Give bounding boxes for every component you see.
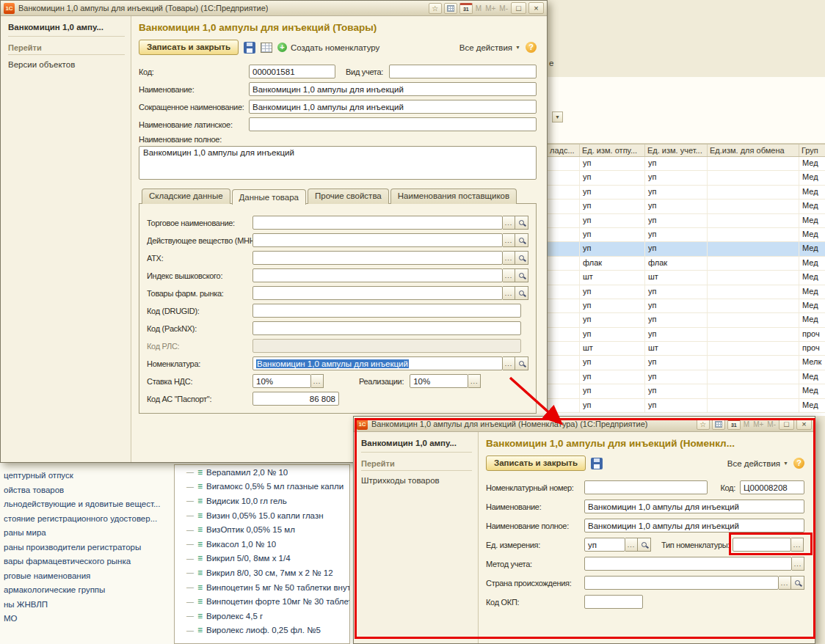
tab-4[interactable]: Наименования поставщиков [390, 189, 517, 204]
nomenclature-type-input[interactable] [733, 538, 791, 552]
nomenclature-select-button[interactable]: ... [503, 356, 515, 370]
table-row[interactable]: упупМед [548, 370, 825, 384]
passport-code-input[interactable]: 86 808 [252, 392, 339, 406]
nav-tree-item[interactable]: ны ЖНВЛП [4, 598, 161, 612]
maximize-button[interactable]: □ [511, 2, 526, 14]
code-input[interactable]: 000001581 [249, 65, 335, 78]
close-button[interactable]: × [796, 418, 812, 430]
table-row[interactable]: упупМед [548, 228, 825, 242]
accounting-method-input[interactable] [584, 557, 792, 571]
vat-select-button[interactable]: ... [311, 374, 324, 388]
nav-tree-item[interactable]: вары фармацевтического рынка [4, 555, 161, 569]
nav-tree-item[interactable]: МО [4, 612, 161, 626]
calc-m-button[interactable]: M [743, 420, 750, 428]
nav-tree-item[interactable]: цептурный отпуск [4, 469, 161, 483]
save-and-close-button[interactable]: Записать и закрыть [486, 455, 586, 471]
table-row[interactable]: упупМед [548, 171, 825, 185]
table-row[interactable]: упупМед [548, 399, 825, 413]
name-input[interactable]: Ванкомицин 1,0 ампулы для инъекций [249, 82, 537, 96]
close-button[interactable]: × [528, 2, 544, 14]
sidebar-link-object-versions[interactable]: Версии объектов [8, 60, 131, 69]
list-item[interactable]: —≡Визин 0,05% 15.0 капли глазн [175, 508, 349, 523]
column-header[interactable]: Ед.изм. для обмена [708, 144, 799, 156]
pharm-market-select-button[interactable]: ... [503, 286, 515, 300]
nav-tree-item[interactable]: ойства товаров [4, 483, 161, 498]
table-row[interactable]: штштМед [548, 271, 825, 285]
atx-search-icon[interactable] [515, 251, 528, 265]
full-name-textarea[interactable]: Ванкомицин 1,0 ампулы для инъекций [139, 146, 537, 180]
all-actions-button[interactable]: Все действия ▼ [727, 459, 788, 468]
unit-search-icon[interactable] [638, 538, 651, 552]
trade-name-select-button[interactable]: ... [503, 216, 515, 230]
vat-rate-input[interactable]: 10% [252, 374, 311, 388]
list-item[interactable]: —≡Верапамил 2,0 № 10 [175, 465, 349, 480]
save-icon[interactable] [591, 458, 603, 469]
okp-code-input[interactable] [584, 595, 643, 609]
list-item[interactable]: —≡Виролекс лиоф. 0,25 фл. №5 [175, 623, 349, 638]
table-row[interactable]: упупМед [548, 384, 825, 398]
short-name-input[interactable]: Ванкомицин 1,0 ампулы для инъекций [249, 100, 537, 114]
packnx-input[interactable] [252, 321, 521, 335]
unit-input[interactable]: уп [584, 538, 625, 552]
column-header[interactable]: Груп [799, 144, 825, 156]
table-row[interactable]: упупМед [548, 157, 825, 171]
realization-select-button[interactable]: ... [468, 374, 481, 388]
table-row[interactable]: упуппроч [548, 328, 825, 342]
list-item[interactable]: —≡Винпоцетин форте 10мг № 30 таблет [175, 594, 349, 609]
calc-m-button[interactable]: M [475, 4, 482, 12]
pharm-market-input[interactable] [252, 286, 503, 300]
table-row[interactable]: упупМед [548, 242, 825, 256]
table-row[interactable]: упупМед [548, 200, 825, 213]
table-row[interactable]: упупМед [548, 285, 825, 299]
tab-1[interactable]: Складские данные [142, 189, 230, 204]
atx-input[interactable] [252, 251, 503, 265]
mnn-search-icon[interactable] [515, 233, 528, 247]
products-titlebar[interactable]: 1С Ванкомицин 1,0 ампулы для инъекций (Т… [1, 1, 547, 16]
accounting-method-select-button[interactable]: ... [792, 557, 804, 571]
table-row[interactable]: упупМелк [548, 356, 825, 370]
calendar-icon[interactable]: 31 [727, 419, 741, 430]
table-row[interactable]: флакфлакМед [548, 257, 825, 271]
tab-3[interactable]: Прочие свойства [308, 189, 389, 204]
table-row[interactable]: упупМед [548, 299, 825, 313]
list-item[interactable]: —≡ВизОптик 0,05% 15 мл [175, 522, 349, 537]
list-item[interactable]: —≡Видисик 10,0 гл гель [175, 494, 349, 508]
help-icon[interactable]: ? [526, 42, 537, 53]
nomenclature-input[interactable]: Ванкомицин 1,0 ампулы для инъекций [252, 356, 503, 370]
list-item[interactable]: —≡Виролекс 4,5 г [175, 609, 349, 623]
country-search-icon[interactable] [791, 576, 804, 590]
list-item[interactable]: —≡Вигамокс 0,5% 5 мл глазные капли [175, 480, 349, 494]
nomenclature-titlebar[interactable]: 1С Ванкомицин 1,0 ампулы для инъекций (Н… [354, 417, 815, 432]
trade-name-input[interactable] [252, 216, 503, 230]
mnn-input[interactable] [252, 233, 503, 247]
column-header[interactable]: Ед. изм. учет... [645, 144, 708, 156]
column-header[interactable]: ладс... [548, 144, 580, 156]
nav-tree-item[interactable]: раны производители регистраторы [4, 541, 161, 555]
unit-select-button[interactable]: ... [625, 538, 638, 552]
nomenclature-search-icon[interactable] [515, 356, 528, 370]
table-row[interactable]: штштпроч [548, 342, 825, 356]
atx-select-button[interactable]: ... [503, 251, 515, 265]
list-item[interactable]: —≡Викрил 8/0, 30 см, 7мм х 2 № 12 [175, 566, 349, 580]
favorites-star-icon[interactable]: ☆ [429, 3, 442, 14]
vyshkovsky-index-input[interactable] [252, 268, 503, 282]
help-icon[interactable]: ? [793, 458, 804, 469]
tab-2[interactable]: Данные товара [232, 189, 306, 205]
favorites-star-icon[interactable]: ☆ [697, 419, 710, 430]
all-actions-button[interactable]: Все действия ▼ [459, 43, 520, 52]
drugid-input[interactable] [252, 304, 521, 318]
country-select-button[interactable]: ... [779, 576, 791, 590]
calc-m-minus-button[interactable]: M- [498, 4, 509, 12]
list-item[interactable]: —≡Винпоцетин 5 мг № 50 таблетки внутр [175, 580, 349, 595]
spreadsheet-icon[interactable] [261, 43, 272, 53]
nav-tree-item[interactable]: льнодействующие и ядовитые вещест... [4, 497, 161, 512]
nomenclature-type-select-button[interactable]: ... [791, 538, 804, 552]
accounting-kind-input[interactable] [389, 65, 537, 78]
trade-name-search-icon[interactable] [515, 216, 528, 230]
calc-m-minus-button[interactable]: M- [766, 420, 777, 428]
table-row[interactable]: упупМед [548, 214, 825, 228]
column-header[interactable]: Ед. изм. отпу... [580, 144, 645, 156]
vyshkovsky-select-button[interactable]: ... [503, 268, 515, 282]
calc-m-plus-button[interactable]: M+ [484, 4, 496, 12]
latin-name-input[interactable] [249, 117, 537, 131]
